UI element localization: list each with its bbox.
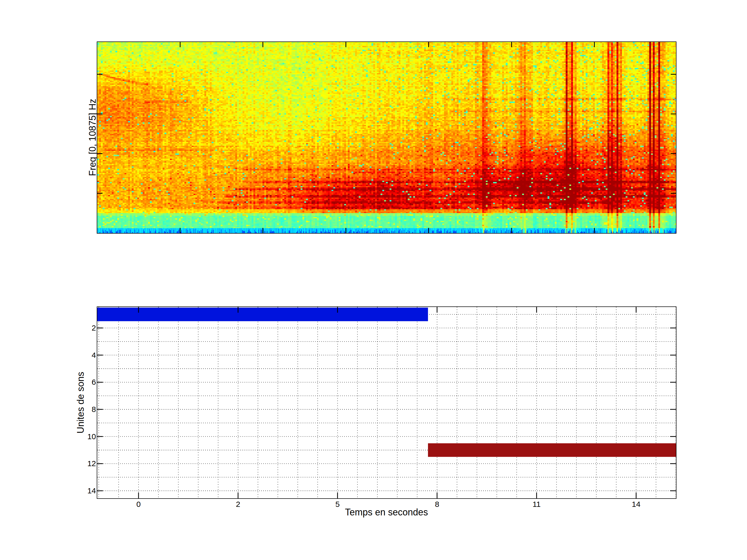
sound-unit-bar-11 [428,443,676,457]
figure-canvas: Freq [0, 10875] Hz Unites de sons Temps … [0,0,747,560]
spectrogram-axes [97,42,676,234]
y-tick-label-14: 14 [74,486,96,495]
bar-chart-ylabel: Unites de sons [74,325,87,480]
spectrogram-heatmap [97,42,676,233]
x-tick-label-0: 0 [123,500,154,508]
x-tick-label-5: 5 [322,500,353,508]
x-tick-label-2: 2 [223,500,254,508]
bar-chart-xlabel: Temps en secondes [309,507,464,517]
y-tick-label-8: 8 [74,405,96,414]
y-tick-label-10: 10 [74,432,96,441]
y-tick-label-12: 12 [74,459,96,468]
x-tick-label-8: 8 [421,500,453,508]
y-tick-label-6: 6 [74,378,96,386]
x-tick-label-14: 14 [621,500,652,508]
y-tick-label-2: 2 [74,324,96,332]
x-tick-label-11: 11 [521,500,552,508]
bar-chart-axes [97,306,676,499]
y-tick-label-4: 4 [74,351,96,359]
bar-chart-plot [97,307,676,498]
sound-unit-bar-1 [97,308,428,321]
